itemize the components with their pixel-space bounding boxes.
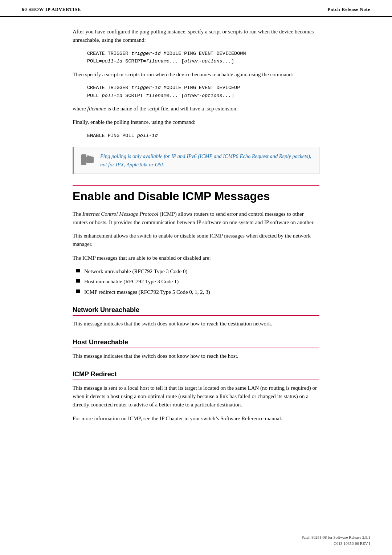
code1-bracket-close: ] bbox=[231, 58, 234, 64]
code3-italic: poll-id bbox=[137, 133, 158, 138]
list-item: Network unreachable (RFC792 Type 3 Code … bbox=[76, 267, 319, 276]
subsection-icmp-redirect-body2: For more information on ICMP, see the IP… bbox=[73, 414, 319, 423]
svg-rect-2 bbox=[87, 155, 89, 157]
main-para1-italic: Internet Control Message Protocol bbox=[82, 211, 158, 217]
main-para1: The Internet Control Message Protocol (I… bbox=[73, 210, 319, 227]
page-footer: Patch 86251-08 for Software Release 2.5.… bbox=[302, 534, 370, 546]
intro-para2: Then specify a script or scripts to run … bbox=[73, 70, 319, 79]
note-box: Ping polling is only available for IP an… bbox=[73, 147, 319, 174]
code1-post1: MODULE=PING EVENT=DEVICEDOWN bbox=[161, 51, 246, 56]
svg-rect-0 bbox=[81, 154, 86, 165]
para3-italic: filename bbox=[87, 106, 106, 112]
bullet-list: Network unreachable (RFC792 Type 3 Code … bbox=[76, 267, 319, 296]
code1-italic1: trigger-id bbox=[131, 51, 161, 56]
bullet-square-icon bbox=[76, 289, 80, 293]
code2-pre1: CREATE TRIGGER= bbox=[87, 85, 131, 90]
code2-bracket: [ bbox=[178, 93, 184, 98]
subsection-icmp-redirect-title: ICMP Redirect bbox=[73, 370, 319, 380]
subsection-network-unreachable-title: Network Unreachable bbox=[73, 306, 319, 316]
footer-line1: Patch 86251-08 for Software Release 2.5.… bbox=[302, 534, 370, 540]
subsection-icmp-redirect-body1: This message is sent to a local host to … bbox=[73, 384, 319, 409]
page-header: 60 SHOW IP ADVERTISE Patch Release Note bbox=[0, 0, 392, 17]
main-section-title: Enable and Disable ICMP Messages bbox=[73, 189, 319, 203]
code2-italic2: poll-id bbox=[102, 93, 123, 98]
bullet-text-1: Network unreachable (RFC792 Type 3 Code … bbox=[84, 267, 187, 276]
code2-pre2: POLL= bbox=[87, 93, 102, 98]
subsection-host-unreachable-title: Host Unreachable bbox=[73, 339, 319, 348]
bullet-text-2: Host unreachable (RFC792 Type 3 Code 1) bbox=[84, 278, 179, 286]
footer-line2: C613-10356-00 REV I bbox=[302, 540, 370, 547]
bullet-square-icon bbox=[76, 269, 80, 272]
list-item: ICMP redirect messages (RFC792 Type 5 Co… bbox=[76, 288, 319, 296]
svg-rect-4 bbox=[91, 157, 93, 158]
code1-italic4: other-options... bbox=[184, 58, 231, 64]
code2-italic1: trigger-id bbox=[131, 85, 161, 90]
para3-pre: where bbox=[73, 106, 87, 112]
para3-post: is the name of the script file, and will… bbox=[106, 106, 237, 112]
note-text: Ping polling is only available for IP an… bbox=[100, 152, 313, 169]
intro-para4: Finally, enable the polling instance, us… bbox=[73, 118, 319, 126]
code-block-3: ENABLE PING POLL=poll-id bbox=[87, 132, 319, 140]
main-para1-pre: The bbox=[73, 211, 82, 217]
code-block-1: CREATE TRIGGER=trigger-id MODULE=PING EV… bbox=[87, 50, 319, 65]
intro-para3: where filename is the name of the script… bbox=[73, 105, 319, 113]
bullet-square-icon bbox=[76, 279, 80, 283]
note-icon bbox=[81, 153, 94, 167]
main-para2: This enhancement allows the switch to en… bbox=[73, 232, 319, 249]
code1-post2: SCRIPT= bbox=[122, 58, 146, 64]
list-item: Host unreachable (RFC792 Type 3 Code 1) bbox=[76, 278, 319, 286]
code2-bracket-close: ] bbox=[231, 93, 234, 98]
code3-pre: ENABLE PING POLL= bbox=[87, 133, 137, 138]
code1-pre2: POLL= bbox=[87, 58, 102, 64]
code2-italic4: other-options... bbox=[184, 93, 231, 98]
header-right: Patch Release Note bbox=[327, 7, 370, 12]
code-block-2: CREATE TRIGGER=trigger-id MODULE=PING EV… bbox=[87, 84, 319, 100]
code1-italic3: filename... bbox=[146, 58, 178, 64]
subsection-network-unreachable-body: This message indicates that the switch d… bbox=[73, 320, 319, 328]
svg-rect-3 bbox=[89, 156, 91, 157]
page-content: After you have configured the ping polli… bbox=[0, 17, 392, 442]
intro-para1: After you have configured the ping polli… bbox=[73, 28, 319, 45]
code2-post2: SCRIPT= bbox=[122, 93, 146, 98]
code2-italic3: filename... bbox=[146, 93, 178, 98]
code1-bracket: [ bbox=[178, 58, 184, 64]
section-divider bbox=[73, 185, 319, 186]
bullet-text-3: ICMP redirect messages (RFC792 Type 5 Co… bbox=[84, 288, 210, 296]
code2-post1: MODULE=PING EVENT=DEVICEUP bbox=[161, 85, 240, 90]
header-left: 60 SHOW IP ADVERTISE bbox=[22, 7, 81, 12]
code1-italic2: poll-id bbox=[102, 58, 123, 64]
subsection-host-unreachable-body: This message indicates that the switch d… bbox=[73, 352, 319, 360]
main-para3: The ICMP messages that are able to be en… bbox=[73, 254, 319, 262]
code1-pre1: CREATE TRIGGER= bbox=[87, 51, 131, 56]
